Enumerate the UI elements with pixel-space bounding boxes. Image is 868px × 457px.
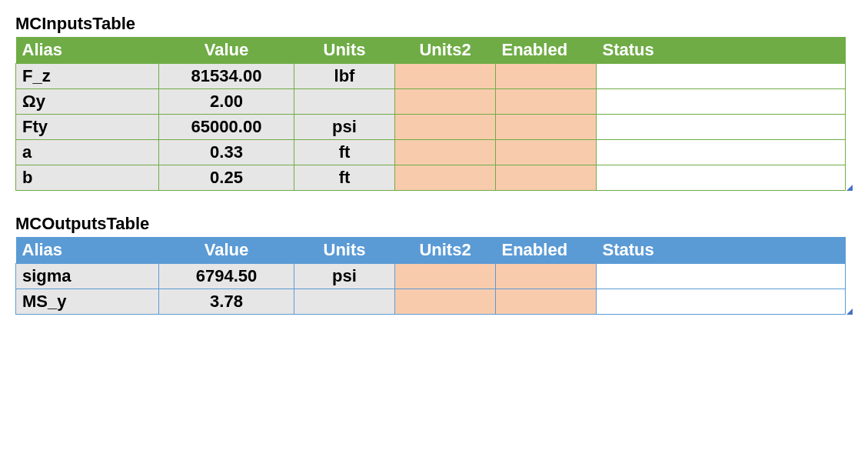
table-resize-handle-icon[interactable] [846,309,853,315]
cell-alias[interactable]: Fty [16,115,159,140]
inputs-col-status: Status [597,37,846,64]
inputs-col-units2: Units2 [395,37,496,64]
inputs-table: Alias Value Units Units2 Enabled Status … [15,37,846,191]
cell-enabled[interactable] [496,115,597,140]
outputs-col-value: Value [159,237,294,264]
outputs-col-alias: Alias [16,237,159,264]
cell-alias[interactable]: a [16,140,159,165]
cell-status[interactable] [597,289,846,315]
cell-alias[interactable]: MS_y [16,289,159,315]
cell-units2[interactable] [395,289,496,315]
cell-status[interactable] [597,115,846,140]
cell-status[interactable] [597,89,846,115]
cell-status[interactable] [597,140,846,165]
table-row: a 0.33 ft [16,140,846,165]
table-row: F_z 81534.00 lbf [16,64,846,89]
cell-alias[interactable]: Ωy [16,89,159,115]
cell-units[interactable] [294,89,395,115]
inputs-table-wrap: Alias Value Units Units2 Enabled Status … [15,37,853,191]
cell-units2[interactable] [395,140,496,165]
cell-units[interactable]: lbf [294,64,395,89]
inputs-col-value: Value [159,37,294,64]
cell-units2[interactable] [395,165,496,191]
cell-status[interactable] [597,264,846,289]
cell-status[interactable] [597,64,846,89]
cell-enabled[interactable] [496,64,597,89]
outputs-table-title: MCOutputsTable [15,214,853,234]
inputs-header-row: Alias Value Units Units2 Enabled Status [16,37,846,64]
cell-units2[interactable] [395,115,496,140]
cell-alias[interactable]: sigma [16,264,159,289]
cell-units[interactable] [294,289,395,315]
cell-value[interactable]: 65000.00 [159,115,294,140]
cell-value[interactable]: 6794.50 [159,264,294,289]
outputs-col-units2: Units2 [395,237,496,264]
cell-enabled[interactable] [496,289,597,315]
cell-value[interactable]: 0.33 [159,140,294,165]
inputs-col-units: Units [294,37,395,64]
cell-value[interactable]: 3.78 [159,289,294,315]
cell-units[interactable]: psi [294,115,395,140]
cell-value[interactable]: 2.00 [159,89,294,115]
table-row: Fty 65000.00 psi [16,115,846,140]
outputs-col-status: Status [597,237,846,264]
cell-value[interactable]: 0.25 [159,165,294,191]
cell-enabled[interactable] [496,165,597,191]
table-row: Ωy 2.00 [16,89,846,115]
table-row: MS_y 3.78 [16,289,846,315]
outputs-table-wrap: Alias Value Units Units2 Enabled Status … [15,237,853,315]
cell-units[interactable]: ft [294,165,395,191]
table-row: sigma 6794.50 psi [16,264,846,289]
cell-alias[interactable]: b [16,165,159,191]
table-row: b 0.25 ft [16,165,846,191]
cell-alias[interactable]: F_z [16,64,159,89]
cell-units2[interactable] [395,64,496,89]
cell-units2[interactable] [395,264,496,289]
cell-units[interactable]: psi [294,264,395,289]
cell-status[interactable] [597,165,846,191]
cell-units2[interactable] [395,89,496,115]
outputs-table: Alias Value Units Units2 Enabled Status … [15,237,846,315]
inputs-table-title: MCInputsTable [15,14,853,34]
cell-enabled[interactable] [496,89,597,115]
outputs-col-enabled: Enabled [496,237,597,264]
table-resize-handle-icon[interactable] [846,185,853,191]
inputs-col-alias: Alias [16,37,159,64]
cell-enabled[interactable] [496,264,597,289]
outputs-header-row: Alias Value Units Units2 Enabled Status [16,237,846,264]
cell-enabled[interactable] [496,140,597,165]
outputs-col-units: Units [294,237,395,264]
inputs-col-enabled: Enabled [496,37,597,64]
cell-value[interactable]: 81534.00 [159,64,294,89]
cell-units[interactable]: ft [294,140,395,165]
